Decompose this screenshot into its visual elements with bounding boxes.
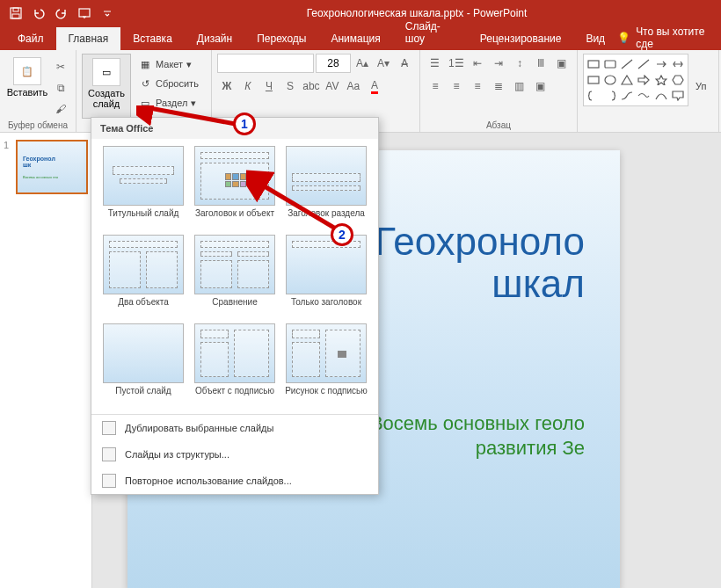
save-icon[interactable] [5, 4, 26, 23]
layout-blank[interactable]: Пустой слайд [100, 323, 186, 407]
tab-home[interactable]: Главная [56, 27, 121, 50]
layout-comparison[interactable]: Сравнение [192, 235, 278, 318]
shape-rect-icon[interactable] [586, 56, 601, 71]
shadow-icon[interactable]: S [280, 76, 300, 96]
layout-icon: ▦ [138, 57, 152, 71]
format-painter-icon[interactable]: 🖌 [51, 99, 70, 119]
font-color-icon[interactable]: A [365, 76, 384, 96]
shape-connector2-icon[interactable] [636, 89, 652, 104]
reset-label: Сбросить [156, 78, 199, 89]
tab-slideshow[interactable]: Слайд-шоу [393, 15, 468, 50]
tab-insert[interactable]: Вставка [120, 27, 185, 50]
bullets-icon[interactable]: ☰ [426, 54, 445, 73]
tab-file[interactable]: Файл [5, 27, 56, 50]
shape-circle-icon[interactable] [602, 72, 618, 87]
case-icon[interactable]: Aa [344, 76, 363, 96]
layout-button[interactable]: ▦Макет▾ [135, 55, 202, 73]
shape-triangle-icon[interactable] [619, 72, 635, 87]
clear-format-icon[interactable]: A̶ [395, 54, 414, 73]
reuse-icon [102, 474, 116, 488]
thumb-title: Геохронолшк [23, 156, 55, 168]
tab-review[interactable]: Рецензирование [468, 27, 574, 50]
outline-icon [102, 447, 116, 461]
reset-button[interactable]: ↺Сбросить [135, 75, 202, 92]
qat-customize-icon[interactable] [97, 4, 118, 23]
shape-line2-icon[interactable] [636, 56, 652, 71]
shapes-gallery[interactable] [583, 54, 688, 106]
layout-content-with-caption[interactable]: Объект с подписью [192, 323, 278, 407]
undo-icon[interactable] [28, 4, 49, 23]
paste-button[interactable]: 📋 Вставить [5, 54, 49, 119]
group-clipboard: 📋 Вставить ✂ ⧉ 🖌 Буфер обмена [0, 50, 76, 132]
svg-rect-8 [588, 76, 599, 83]
tab-design[interactable]: Дизайн [185, 27, 244, 50]
tab-animations[interactable]: Анимация [318, 27, 392, 50]
duplicate-slides-menu[interactable]: Дублировать выбранные слайды [91, 415, 378, 441]
layout-panel-footer: Дублировать выбранные слайды Слайды из с… [91, 414, 378, 494]
tell-me[interactable]: 💡 Что вы хотите сде [617, 25, 721, 50]
layout-label: Только заголовок [291, 297, 361, 318]
indent-increase-icon[interactable]: ⇥ [489, 54, 508, 73]
shape-arrow2-icon[interactable] [670, 56, 686, 71]
font-size-input[interactable] [316, 54, 351, 73]
copy-icon[interactable]: ⧉ [51, 78, 70, 98]
shape-rect3-icon[interactable] [586, 72, 601, 87]
shrink-font-icon[interactable]: A▾ [374, 54, 393, 73]
group-label-clipboard: Буфер обмена [5, 119, 70, 130]
align-text-icon[interactable]: ▣ [552, 54, 572, 73]
align-center-icon[interactable]: ≡ [447, 76, 466, 96]
shape-arrow-block-icon[interactable] [636, 72, 652, 87]
arrange-button[interactable]: Уп [692, 77, 710, 95]
bold-icon[interactable]: Ж [217, 76, 237, 96]
shape-hex-icon[interactable] [670, 72, 686, 87]
cut-icon[interactable]: ✂ [51, 57, 70, 76]
svg-rect-5 [605, 61, 615, 68]
layout-two-content[interactable]: Два объекта [100, 235, 186, 318]
reuse-slides-menu[interactable]: Повторное использование слайдов... [91, 468, 378, 494]
slide-thumbnails: 1 Геохронолшк Восемь основных гео [0, 133, 92, 588]
group-paragraph: ☰ 1☰ ⇤ ⇥ ↕ Ⅲ ▣ ≡ ≡ ≡ ≣ ▥ ▣ Абзац [420, 50, 578, 132]
layout-title-only[interactable]: Только заголовок [283, 235, 369, 318]
italic-icon[interactable]: К [238, 76, 258, 96]
align-right-icon[interactable]: ≡ [468, 76, 487, 96]
strike-icon[interactable]: abc [302, 76, 321, 96]
grow-font-icon[interactable]: A▴ [353, 54, 372, 73]
tab-transitions[interactable]: Переходы [244, 27, 318, 50]
tab-view[interactable]: Вид [573, 27, 617, 50]
shape-arrow1-icon[interactable] [653, 56, 669, 71]
columns-icon[interactable]: ▥ [510, 76, 529, 96]
new-slide-button[interactable]: ▭ Создать слайд [82, 54, 131, 119]
shape-rect2-icon[interactable] [602, 56, 618, 71]
thumbnail-1[interactable]: 1 Геохронолшк Восемь основных гео [4, 140, 88, 194]
svg-point-9 [605, 76, 615, 84]
smartart-icon[interactable]: ▣ [531, 76, 550, 96]
shape-line-icon[interactable] [619, 56, 635, 71]
font-name-input[interactable] [217, 54, 314, 73]
shape-arc-icon[interactable] [653, 89, 669, 104]
start-from-beginning-icon[interactable] [74, 4, 95, 23]
shape-brace2-icon[interactable] [602, 89, 618, 104]
svg-rect-2 [12, 14, 19, 18]
line-spacing-icon[interactable]: ↕ [510, 54, 529, 73]
underline-icon[interactable]: Ч [259, 76, 279, 96]
redo-icon[interactable] [51, 4, 72, 23]
svg-rect-1 [13, 8, 18, 11]
slides-from-outline-menu[interactable]: Слайды из структуры... [91, 441, 378, 468]
menu-label: Слайды из структуры... [125, 449, 229, 460]
svg-rect-3 [79, 9, 90, 17]
align-left-icon[interactable]: ≡ [426, 76, 445, 96]
layout-picture-with-caption[interactable]: Рисунок с подписью [283, 323, 369, 407]
thumb-number: 1 [4, 140, 12, 194]
indent-decrease-icon[interactable]: ⇤ [468, 54, 487, 73]
numbering-icon[interactable]: 1☰ [447, 54, 466, 73]
svg-rect-4 [588, 61, 599, 68]
svg-line-7 [638, 60, 649, 69]
group-drawing: Уп [578, 50, 719, 132]
shape-connector-icon[interactable] [619, 89, 635, 104]
shape-brace-icon[interactable] [586, 89, 601, 104]
shape-star-icon[interactable] [653, 72, 669, 87]
spacing-icon[interactable]: AV [323, 76, 342, 96]
justify-icon[interactable]: ≣ [489, 76, 508, 96]
shape-callout-icon[interactable] [670, 89, 686, 104]
text-direction-icon[interactable]: Ⅲ [531, 54, 550, 73]
